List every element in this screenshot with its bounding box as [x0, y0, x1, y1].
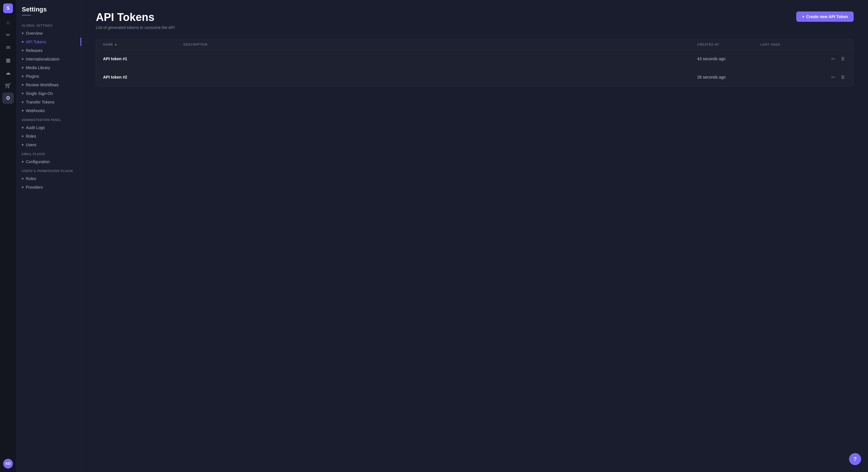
bullet-icon — [22, 41, 24, 43]
sidebar-item-webhooks[interactable]: Webhooks — [16, 106, 81, 115]
nav-components[interactable]: ▦ — [2, 55, 14, 66]
delete-token-1-button[interactable]: 🗑 — [840, 55, 846, 63]
column-name-label: NAME — [103, 43, 113, 46]
sidebar-item-label: Configuration — [26, 160, 50, 164]
sidebar-item-label: Roles — [26, 134, 36, 138]
bullet-icon — [22, 110, 24, 111]
sidebar-item-up-roles[interactable]: Roles — [16, 174, 81, 183]
column-description[interactable]: DESCRIPTION — [183, 43, 697, 46]
token-name-2: API token #2 — [103, 75, 183, 79]
nav-home[interactable]: ⌂ — [2, 16, 14, 28]
sidebar-divider — [22, 15, 31, 15]
sidebar-item-label: Overview — [26, 31, 42, 36]
sidebar-item-configuration[interactable]: Configuration — [16, 158, 81, 166]
bullet-icon — [22, 84, 24, 86]
sidebar-item-label: Webhooks — [26, 108, 45, 113]
help-button[interactable]: ? — [849, 453, 861, 465]
sidebar-item-users[interactable]: Users — [16, 140, 81, 149]
page-title-group: API Tokens List of generated tokens to c… — [96, 11, 175, 30]
edit-token-2-button[interactable]: ✏ — [830, 73, 836, 81]
token-actions-2: ✏ 🗑 — [824, 73, 846, 81]
create-api-token-button[interactable]: + Create new API Token — [796, 11, 854, 22]
bullet-icon — [22, 144, 24, 146]
sidebar-item-label: API Tokens — [26, 40, 46, 44]
column-created-at[interactable]: CREATED AT — [697, 43, 761, 46]
page-subtitle: List of generated tokens to consume the … — [96, 25, 175, 30]
nav-shop[interactable]: 🛒 — [2, 80, 14, 91]
column-last-used-label: LAST USED — [761, 43, 780, 46]
column-name[interactable]: NAME ▲ — [103, 43, 183, 46]
sidebar-item-review-workflows[interactable]: Review Workflows — [16, 80, 81, 89]
column-created-at-label: CREATED AT — [697, 43, 719, 46]
bullet-icon — [22, 58, 24, 60]
bullet-icon — [22, 49, 24, 51]
nav-settings[interactable]: ⚙ — [2, 92, 14, 104]
section-label-global: Global Settings — [16, 21, 81, 29]
sidebar-item-label: Users — [26, 142, 36, 147]
sidebar-item-releases[interactable]: Releases — [16, 46, 81, 55]
sidebar-item-transfer-tokens[interactable]: Transfer Tokens — [16, 98, 81, 106]
avatar[interactable]: KD — [3, 459, 13, 469]
sidebar-item-audit-logs[interactable]: Audit Logs — [16, 123, 81, 132]
sidebar-item-providers[interactable]: Providers — [16, 183, 81, 192]
edit-icon: ✏ — [831, 56, 835, 62]
nav-content-manager[interactable]: ✏ — [2, 29, 14, 41]
main-header: API Tokens List of generated tokens to c… — [96, 11, 854, 30]
bullet-icon — [22, 32, 24, 34]
sort-asc-icon: ▲ — [114, 43, 117, 46]
create-button-label: Create new API Token — [806, 14, 848, 19]
column-description-label: DESCRIPTION — [183, 43, 208, 46]
bullet-icon — [22, 101, 24, 103]
token-created-at-2: 28 seconds ago — [697, 75, 761, 79]
section-label-up: Users & Permissions Plugin — [16, 166, 81, 174]
sidebar-title: Settings — [16, 6, 81, 15]
plus-icon: + — [802, 14, 804, 19]
bullet-icon — [22, 93, 24, 94]
token-name-1: API token #1 — [103, 57, 183, 61]
sidebar-item-roles[interactable]: Roles — [16, 132, 81, 140]
bullet-icon — [22, 135, 24, 137]
column-last-used[interactable]: LAST USED — [761, 43, 824, 46]
edit-token-1-button[interactable]: ✏ — [830, 55, 836, 63]
sidebar-item-plugins[interactable]: Plugins — [16, 72, 81, 80]
nav-cloud[interactable]: ☁ — [2, 67, 14, 78]
sidebar: Settings Global Settings Overview API To… — [16, 0, 82, 472]
table-row: API token #1 43 seconds ago ✏ 🗑 — [96, 50, 854, 68]
sidebar-item-label: Review Workflows — [26, 82, 59, 87]
bullet-icon — [22, 161, 24, 163]
icon-nav: S ⌂ ✏ ✉ ▦ ☁ 🛒 ⚙ KD — [0, 0, 16, 472]
delete-icon: 🗑 — [841, 74, 845, 80]
bullet-icon — [22, 178, 24, 179]
bullet-icon — [22, 187, 24, 188]
section-label-admin: Administration Panel — [16, 115, 81, 123]
sidebar-item-api-tokens[interactable]: API Tokens — [16, 38, 81, 46]
column-actions — [824, 43, 846, 46]
token-actions-1: ✏ 🗑 — [824, 55, 846, 63]
sidebar-item-label: Roles — [26, 176, 36, 181]
page-title: API Tokens — [96, 11, 175, 24]
main-content: API Tokens List of generated tokens to c… — [82, 0, 868, 472]
section-label-email: Email Plugin — [16, 149, 81, 158]
sidebar-item-label: Single Sign-On — [26, 91, 53, 96]
sidebar-item-media-library[interactable]: Media Library — [16, 63, 81, 72]
sidebar-item-label: Providers — [26, 185, 43, 190]
bullet-icon — [22, 127, 24, 129]
nav-email[interactable]: ✉ — [2, 42, 14, 53]
bullet-icon — [22, 67, 24, 69]
sidebar-item-label: Releases — [26, 48, 42, 53]
sidebar-item-overview[interactable]: Overview — [16, 29, 81, 38]
sidebar-item-label: Media Library — [26, 65, 50, 70]
sidebar-item-label: Internationalization — [26, 57, 60, 61]
sidebar-item-label: Audit Logs — [26, 125, 45, 130]
table-header: NAME ▲ DESCRIPTION CREATED AT LAST USED — [96, 39, 854, 50]
help-icon: ? — [854, 456, 857, 462]
api-tokens-table: NAME ▲ DESCRIPTION CREATED AT LAST USED … — [96, 39, 854, 87]
app-logo[interactable]: S — [3, 3, 13, 13]
sidebar-item-single-sign-on[interactable]: Single Sign-On — [16, 89, 81, 98]
bullet-icon — [22, 75, 24, 77]
sidebar-item-internationalization[interactable]: Internationalization — [16, 55, 81, 63]
sidebar-item-label: Plugins — [26, 74, 39, 78]
table-row: API token #2 28 seconds ago ✏ 🗑 — [96, 68, 854, 86]
token-created-at-1: 43 seconds ago — [697, 57, 761, 61]
delete-token-2-button[interactable]: 🗑 — [840, 73, 846, 81]
